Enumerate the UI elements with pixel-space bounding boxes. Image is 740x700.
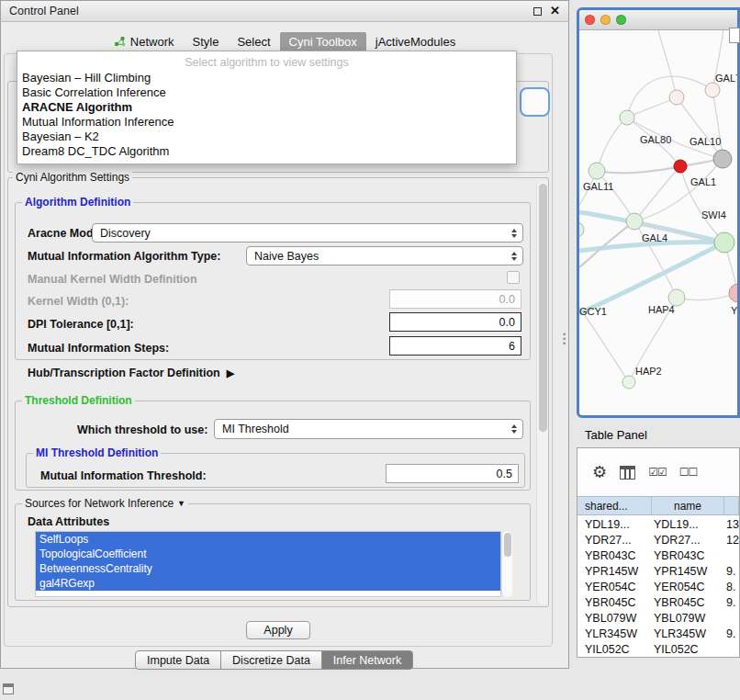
attribute-item[interactable]: gal4RGexp — [36, 576, 500, 591]
network-edge[interactable] — [579, 243, 724, 313]
network-canvas[interactable]: GAL7GAL80GAL10GAL11GAL1SWI4GAL4GCY1HAP4Y… — [579, 30, 737, 415]
table-cell[interactable]: YPR145W — [652, 565, 724, 578]
tab-cyni-toolbox[interactable]: Cyni Toolbox — [280, 32, 366, 51]
aracne-mode-combo[interactable]: Discovery — [92, 223, 523, 243]
network-edge[interactable] — [658, 30, 677, 97]
table-cell[interactable]: YER054C — [577, 581, 652, 593]
table-cell[interactable]: YBL079W — [652, 612, 724, 625]
tab-network[interactable]: Network — [105, 32, 184, 51]
settings-scrollbar-thumb[interactable] — [539, 184, 547, 432]
deselect-all-checkboxes-icon[interactable]: ☐☐ — [679, 466, 698, 479]
network-node[interactable] — [714, 232, 734, 253]
table-cell[interactable]: YDR27... — [652, 534, 724, 547]
table-cell[interactable]: YPR145W — [577, 565, 652, 578]
table-cell[interactable]: 12 — [724, 534, 739, 547]
network-edge[interactable] — [579, 308, 629, 382]
algorithm-option[interactable]: Dream8 DC_TDC Algorithm — [17, 144, 516, 159]
attribute-list-scrollbar[interactable] — [501, 531, 512, 597]
tab-style[interactable]: Style — [184, 32, 229, 51]
tab-select[interactable]: Select — [228, 32, 279, 51]
table-cell[interactable]: YLR345W — [652, 627, 724, 640]
minimized-panel-icon[interactable] — [3, 683, 14, 694]
algorithm-option[interactable]: ARACNE Algorithm — [17, 100, 516, 115]
algorithm-info-button[interactable] — [520, 87, 550, 117]
close-traffic-light[interactable] — [585, 15, 595, 25]
table-row[interactable]: YBR045CYBR045C9. — [577, 594, 739, 610]
network-node[interactable] — [626, 213, 643, 230]
network-edge[interactable] — [597, 159, 723, 173]
table-cell[interactable]: YDL19... — [652, 518, 724, 531]
float-window-icon[interactable] — [533, 7, 542, 16]
mi-threshold-field[interactable]: 0.5 — [386, 464, 519, 483]
table-cell[interactable]: YBR045C — [652, 596, 724, 609]
network-node[interactable] — [669, 90, 684, 105]
minimize-traffic-light[interactable] — [600, 15, 611, 25]
network-node[interactable] — [729, 284, 737, 302]
network-node[interactable] — [713, 150, 732, 168]
algorithm-option[interactable]: Bayesian – Hill Climbing — [17, 71, 516, 85]
attribute-item[interactable]: BetweennessCentrality — [36, 561, 500, 576]
table-cell[interactable]: YDR27... — [577, 534, 652, 547]
network-node[interactable] — [589, 163, 605, 179]
table-cell[interactable]: YIL052C — [652, 643, 724, 656]
table-row[interactable]: YDR27...YDR27...12 — [577, 532, 739, 548]
mi-type-combo[interactable]: Naive Bayes — [246, 246, 523, 265]
gear-icon[interactable]: ⚙ — [592, 462, 607, 482]
select-all-checkboxes-icon[interactable]: ☑☑ — [648, 466, 667, 479]
bottom-tab-infer-network[interactable]: Infer Network — [321, 650, 413, 670]
table-cell[interactable]: YBL079W — [577, 612, 652, 625]
manual-kernel-checkbox[interactable] — [507, 271, 520, 284]
algorithm-option[interactable]: Mutual Information Inference — [17, 115, 516, 130]
table-row[interactable]: YDL19...YDL19...13 — [577, 516, 739, 532]
close-icon[interactable]: ✕ — [550, 6, 560, 16]
table-cell[interactable]: 9. — [724, 596, 739, 609]
settings-scrollbar[interactable] — [536, 181, 548, 604]
apply-button[interactable]: Apply — [246, 621, 310, 639]
network-edge[interactable] — [597, 118, 627, 171]
attribute-item[interactable]: SelfLoops — [36, 532, 500, 547]
table-cell[interactable]: 8. — [724, 581, 739, 593]
network-node[interactable] — [620, 110, 634, 125]
network-node[interactable] — [705, 83, 720, 97]
bottom-tab-discretize-data[interactable]: Discretize Data — [220, 650, 322, 670]
dpi-tolerance-field[interactable]: 0.0 — [389, 312, 521, 332]
table-header-cell[interactable]: shared... — [577, 497, 652, 514]
kernel-width-field[interactable]: 0.0 — [389, 289, 521, 309]
panel-divider-grip[interactable]: ••• — [561, 333, 567, 353]
bottom-tab-impute-data[interactable]: Impute Data — [135, 650, 221, 670]
table-row[interactable]: YLR345WYLR345W9. — [577, 626, 739, 641]
table-cell[interactable]: YER054C — [652, 581, 724, 593]
zoom-traffic-light[interactable] — [616, 15, 626, 25]
table-cell[interactable]: YIL052C — [577, 643, 652, 656]
table-cell[interactable]: 9. — [724, 627, 739, 640]
tab-jactivemodules[interactable]: jActiveModules — [366, 32, 465, 51]
network-edge[interactable] — [677, 293, 737, 299]
which-threshold-combo[interactable]: MI Threshold — [214, 419, 523, 439]
hub-section-row[interactable]: Hub/Transcription Factor Definition ▶ — [28, 366, 234, 380]
table-row[interactable]: YPR145WYPR145W9. — [577, 563, 739, 579]
network-edge[interactable] — [712, 90, 723, 159]
network-node[interactable] — [674, 160, 687, 173]
algorithm-option[interactable]: Basic Correlation Inference — [17, 85, 516, 100]
table-cell[interactable]: YBR043C — [652, 549, 724, 562]
table-row[interactable]: YIL052CYIL052C — [577, 641, 739, 657]
attribute-item[interactable]: TopologicalCoefficient — [36, 547, 500, 561]
table-cell[interactable]: YDL19... — [577, 518, 652, 531]
table-header-cell[interactable]: name — [652, 497, 724, 514]
hub-expand-icon[interactable]: ▶ — [227, 366, 234, 380]
table-cell[interactable]: YBR045C — [577, 596, 652, 609]
network-node[interactable] — [622, 376, 635, 389]
table-cell[interactable]: 9. — [724, 565, 739, 578]
mi-steps-field[interactable]: 6 — [389, 336, 521, 356]
table-cell[interactable]: YLR345W — [577, 627, 652, 640]
network-edge[interactable] — [627, 97, 677, 118]
attribute-list-scrollbar-thumb[interactable] — [504, 533, 511, 557]
table-cell[interactable]: 13 — [724, 518, 739, 531]
sources-collapse-icon[interactable]: ▼ — [177, 497, 185, 510]
table-header-cell[interactable] — [724, 497, 739, 514]
algorithm-option[interactable]: Bayesian – K2 — [17, 130, 516, 144]
table-cell[interactable]: YBR043C — [577, 549, 652, 562]
table-row[interactable]: YBL079WYBL079W — [577, 610, 739, 626]
sources-group-title-row[interactable]: Sources for Network Inference ▼ — [22, 497, 188, 510]
table-row[interactable]: YER054CYER054C8. — [577, 579, 739, 594]
